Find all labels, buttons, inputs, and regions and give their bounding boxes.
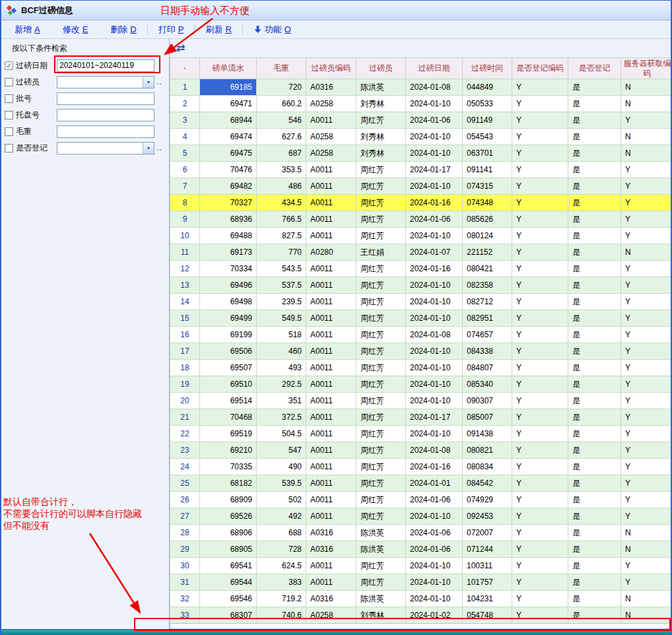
grid-cell[interactable]: A0011: [306, 409, 356, 426]
table-row[interactable]: 1069488827.5A0011周红芳2024-01-10080124Y是Y: [170, 228, 671, 244]
grid-cell[interactable]: 054543: [463, 129, 512, 145]
grid-cell[interactable]: 是: [568, 228, 621, 244]
grid-cell[interactable]: 69526: [200, 508, 257, 525]
grid-cell[interactable]: 740.6: [257, 607, 306, 624]
grid-cell[interactable]: 2024-01-06: [406, 112, 463, 129]
grid-cell[interactable]: Y: [512, 343, 568, 360]
grid-cell[interactable]: A0011: [306, 310, 356, 327]
grid-cell[interactable]: Y: [512, 327, 568, 343]
grid-cell[interactable]: 074348: [463, 195, 512, 211]
grid-cell[interactable]: 084542: [463, 475, 512, 492]
grid-cell[interactable]: A0011: [306, 426, 356, 442]
grid-cell[interactable]: 是: [568, 162, 621, 178]
date-checkbox[interactable]: ✓: [5, 61, 13, 70]
grid-cell[interactable]: A0011: [306, 343, 356, 360]
grid-cell[interactable]: 周红芳: [356, 360, 406, 376]
grid-cell[interactable]: Y: [621, 426, 671, 442]
grid-cell[interactable]: Y: [621, 294, 671, 310]
row-number-cell[interactable]: 2: [170, 96, 200, 112]
grid-cell[interactable]: 518: [257, 327, 306, 343]
grid-cell[interactable]: A0011: [306, 393, 356, 409]
grid-cell[interactable]: 周红芳: [356, 492, 406, 508]
row-number-cell[interactable]: 4: [170, 129, 200, 145]
grid-cell[interactable]: 周红芳: [356, 277, 406, 294]
table-row[interactable]: 1369496537.5A0011周红芳2024-01-10082358Y是Y: [170, 277, 671, 294]
grid-cell[interactable]: 是: [568, 393, 621, 409]
grid-cell[interactable]: 2024-01-10: [406, 178, 463, 195]
function-button[interactable]: 功能O: [250, 22, 295, 37]
grid-cell[interactable]: 周红芳: [356, 294, 406, 310]
grid-cell[interactable]: 2024-01-10: [406, 558, 463, 574]
table-row[interactable]: 3368307740.6A0258刘秀林2024-01-02054748Y是N: [170, 607, 671, 624]
registered-checkbox[interactable]: [5, 144, 13, 152]
grid-cell[interactable]: A0011: [306, 492, 356, 508]
grid-cell[interactable]: 是: [568, 376, 621, 393]
grid-cell[interactable]: 周红芳: [356, 261, 406, 277]
grid-cell[interactable]: 周红芳: [356, 409, 406, 426]
grid-cell[interactable]: 080821: [463, 442, 512, 459]
grid-cell[interactable]: 69475: [200, 145, 257, 162]
grid-cell[interactable]: 周红芳: [356, 393, 406, 409]
grid-cell[interactable]: 2024-01-06: [406, 541, 463, 558]
swap-columns-icon[interactable]: ⇄: [176, 43, 185, 53]
table-row[interactable]: 569475687A0258刘秀林2024-01-10063701Y是N: [170, 145, 671, 162]
grid-cell[interactable]: 084807: [463, 360, 512, 376]
grid-cell[interactable]: Y: [512, 310, 568, 327]
delete-button[interactable]: 删除D: [106, 22, 140, 37]
grid-cell[interactable]: Y: [512, 228, 568, 244]
column-header[interactable]: 是否登记编码: [512, 58, 568, 79]
grid-cell[interactable]: 69510: [200, 376, 257, 393]
grid-cell[interactable]: 486: [257, 178, 306, 195]
grid-cell[interactable]: A0011: [306, 294, 356, 310]
column-header[interactable]: 磅单流水: [200, 58, 257, 79]
grid-cell[interactable]: 周红芳: [356, 508, 406, 525]
grid-cell[interactable]: 是: [568, 475, 621, 492]
grid-cell[interactable]: 是: [568, 426, 621, 442]
grid-cell[interactable]: 074929: [463, 492, 512, 508]
grid-cell[interactable]: 080124: [463, 228, 512, 244]
grid-cell[interactable]: Y: [621, 442, 671, 459]
print-button[interactable]: 打印P: [154, 22, 188, 37]
grid-cell[interactable]: 是: [568, 327, 621, 343]
grid-cell[interactable]: 68307: [200, 607, 257, 624]
grid-cell[interactable]: 69519: [200, 426, 257, 442]
grid-cell[interactable]: 69541: [200, 558, 257, 574]
grid-cell[interactable]: 68936: [200, 211, 257, 228]
grid-cell[interactable]: A0011: [306, 459, 356, 475]
grid-cell[interactable]: 是: [568, 607, 621, 624]
grid-cell[interactable]: 是: [568, 442, 621, 459]
grid-cell[interactable]: 是: [568, 343, 621, 360]
grid-cell[interactable]: A0011: [306, 327, 356, 343]
grid-cell[interactable]: A0011: [306, 178, 356, 195]
grid-cell[interactable]: 091141: [463, 162, 512, 178]
grid-cell[interactable]: 2024-01-02: [406, 607, 463, 624]
grid-cell[interactable]: 2024-01-08: [406, 442, 463, 459]
grid-cell[interactable]: Y: [621, 112, 671, 129]
row-number-cell[interactable]: 6: [170, 162, 200, 178]
grid-cell[interactable]: 69474: [200, 129, 257, 145]
grid-cell[interactable]: 周红芳: [356, 426, 406, 442]
grid-cell[interactable]: 69471: [200, 96, 257, 112]
grid-cell[interactable]: 543.5: [257, 261, 306, 277]
grid-cell[interactable]: Y: [621, 327, 671, 343]
column-header[interactable]: 过磅日期: [406, 58, 463, 79]
grid-cell[interactable]: 092453: [463, 508, 512, 525]
grid-cell[interactable]: Y: [512, 525, 568, 541]
row-number-cell[interactable]: 29: [170, 541, 200, 558]
grid-cell[interactable]: N: [621, 244, 671, 261]
grid-cell[interactable]: Y: [621, 492, 671, 508]
grid-cell[interactable]: Y: [621, 360, 671, 376]
column-header[interactable]: 毛重: [257, 58, 306, 79]
grid-cell[interactable]: A0011: [306, 376, 356, 393]
grid-cell[interactable]: 69546: [200, 591, 257, 607]
table-row[interactable]: 870327434.5A0011周红芳2024-01-16074348Y是Y: [170, 195, 671, 211]
table-row[interactable]: 3169544383A0011周红芳2024-01-10101757Y是Y: [170, 574, 671, 591]
grid-cell[interactable]: N: [621, 607, 671, 624]
grid-cell[interactable]: 2024-01-08: [406, 79, 463, 96]
grid-cell[interactable]: 70334: [200, 261, 257, 277]
grid-cell[interactable]: Y: [621, 574, 671, 591]
grid-cell[interactable]: 69482: [200, 178, 257, 195]
grid-cell[interactable]: Y: [621, 277, 671, 294]
row-number-cell[interactable]: 9: [170, 211, 200, 228]
table-row[interactable]: 1169173770A0280王红娟2024-01-07221152Y是N: [170, 244, 671, 261]
